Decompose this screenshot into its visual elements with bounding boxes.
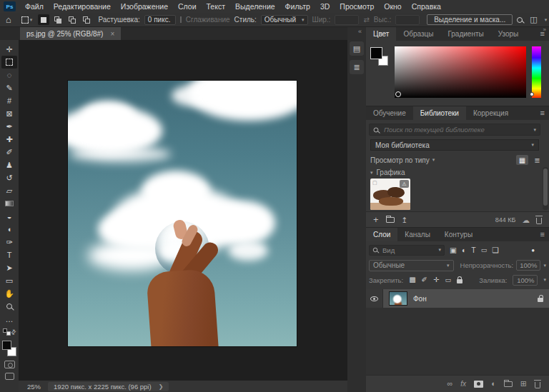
trash-icon[interactable] xyxy=(536,218,542,224)
tab-patterns[interactable]: Узоры xyxy=(491,27,526,41)
collapse-dock-icon[interactable]: « xyxy=(358,28,362,35)
select-and-mask-button[interactable]: Выделение и маска... xyxy=(427,14,513,25)
menu-3d[interactable]: 3D xyxy=(315,0,335,13)
new-group-folder-icon[interactable] xyxy=(386,217,395,223)
menu-layers[interactable]: Слои xyxy=(173,0,202,13)
rectangular-marquee-tool[interactable] xyxy=(1,56,17,69)
tab-layers[interactable]: Слои xyxy=(366,228,397,241)
tab-learn[interactable]: Обучение xyxy=(366,106,413,120)
path-select-tool[interactable]: ➤ xyxy=(1,261,17,274)
scrollbar[interactable] xyxy=(543,167,548,210)
lock-position-icon[interactable]: ✛ xyxy=(433,276,439,283)
antialias-checkbox[interactable] xyxy=(180,16,182,23)
menu-help[interactable]: Справка xyxy=(407,0,446,13)
shape-tool[interactable]: ▭ xyxy=(1,274,17,287)
subtract-selection-icon[interactable] xyxy=(66,14,78,25)
eraser-tool[interactable]: ▱ xyxy=(1,184,17,197)
panel-menu-icon[interactable]: ≡ xyxy=(540,231,545,238)
chevron-down-icon[interactable]: ▾ xyxy=(543,263,546,268)
add-selection-icon[interactable] xyxy=(52,14,64,25)
menu-type[interactable]: Текст xyxy=(202,0,230,13)
menu-image[interactable]: Изображение xyxy=(116,0,173,13)
library-search-field[interactable]: ▾ xyxy=(369,124,540,136)
lock-pixels-icon[interactable]: ✐ xyxy=(422,276,427,283)
filter-pixel-layers-icon[interactable]: ▣ xyxy=(450,246,457,254)
library-search-input[interactable] xyxy=(382,125,530,134)
close-icon[interactable]: × xyxy=(110,30,114,38)
hue-slider-handle[interactable] xyxy=(530,92,534,96)
crop-tool[interactable]: # xyxy=(1,94,17,107)
chevron-down-icon[interactable]: ▾ xyxy=(533,127,536,133)
history-panel-icon[interactable]: ▤ xyxy=(350,41,364,56)
active-tool-preset[interactable]: ▾ xyxy=(21,16,33,24)
upload-icon[interactable]: ↥ xyxy=(402,216,408,224)
intersect-selection-icon[interactable] xyxy=(81,14,92,25)
blend-mode-dropdown[interactable]: Обычные ▾ xyxy=(369,260,454,271)
chevron-down-icon[interactable]: ▾ xyxy=(543,277,546,283)
layer-filter-input[interactable] xyxy=(381,246,435,255)
brush-tool[interactable]: ✐ xyxy=(1,146,17,159)
visibility-toggle[interactable] xyxy=(366,289,383,308)
add-mask-icon[interactable] xyxy=(474,381,483,388)
delete-layer-icon[interactable] xyxy=(535,382,540,388)
screen-mode-button[interactable] xyxy=(5,373,14,380)
new-group-icon[interactable] xyxy=(504,381,513,387)
frame-tool[interactable]: ⊠ xyxy=(1,107,17,120)
search-icon[interactable] xyxy=(517,17,523,23)
view-by-label[interactable]: Просмотр по типу xyxy=(370,156,430,164)
tab-color[interactable]: Цвет xyxy=(366,27,396,41)
layer-style-icon[interactable]: fx xyxy=(460,380,466,388)
tab-libraries[interactable]: Библиотеки xyxy=(413,106,466,120)
swap-dimensions-icon[interactable]: ⇄ xyxy=(363,16,369,24)
feather-input[interactable]: 0 пикс. xyxy=(144,15,176,25)
chevron-down-icon[interactable]: ▾ xyxy=(432,157,435,163)
menu-window[interactable]: Окно xyxy=(379,0,406,13)
add-asset-icon[interactable]: + xyxy=(373,214,379,225)
panel-menu-icon[interactable]: ≡ xyxy=(540,30,545,38)
opacity-input[interactable]: 100% xyxy=(516,260,540,271)
filter-adjustment-layers-icon[interactable]: ◐ xyxy=(462,246,466,254)
filter-shape-layers-icon[interactable]: ▭ xyxy=(481,247,488,253)
layer-name[interactable]: Фон xyxy=(413,295,427,303)
tab-adjustments[interactable]: Коррекция xyxy=(466,106,515,120)
foreground-background-swatches[interactable] xyxy=(1,341,17,356)
edit-toolbar-button[interactable]: … xyxy=(1,313,17,326)
grid-view-icon[interactable]: ▦ xyxy=(516,155,528,165)
workspace-icon[interactable]: ◫ xyxy=(530,15,537,24)
new-selection-icon[interactable] xyxy=(38,14,49,25)
document-tab[interactable]: ps.jpg @ 25% (RGB/8#) × xyxy=(20,27,121,40)
cloud-sync-icon[interactable]: ☁ xyxy=(523,216,530,224)
menu-filter[interactable]: Фильтр xyxy=(280,0,315,13)
filter-type-layers-icon[interactable]: T xyxy=(471,246,475,254)
tab-paths[interactable]: Контуры xyxy=(437,228,480,241)
tab-channels[interactable]: Каналы xyxy=(397,228,437,241)
library-asset-thumbnail[interactable]: ▢ ⚠ xyxy=(370,179,410,210)
layer-filter-toggle[interactable]: ● xyxy=(531,247,535,253)
tab-swatches[interactable]: Образцы xyxy=(396,27,440,41)
new-layer-icon[interactable]: ⊞ xyxy=(520,380,527,388)
hand-tool[interactable]: ✋ xyxy=(1,287,17,300)
quick-mask-button[interactable] xyxy=(4,361,15,368)
properties-panel-icon[interactable]: ≣ xyxy=(350,60,364,74)
layer-filter-type[interactable]: ▾ xyxy=(369,245,445,256)
hue-slider[interactable] xyxy=(532,46,541,98)
menu-edit[interactable]: Редактирование xyxy=(49,0,116,13)
move-tool[interactable]: ✛ xyxy=(1,43,17,56)
pen-tool[interactable]: ✑ xyxy=(1,236,17,248)
eyedropper-tool[interactable]: ✒ xyxy=(1,120,17,133)
style-dropdown[interactable]: Обычный ▾ xyxy=(261,15,308,25)
width-input[interactable] xyxy=(335,15,359,25)
canvas-area[interactable]: 25% 1920 пикс. x 2225 пикс. (96 ppi) ❯ xyxy=(19,40,347,392)
graphics-section-header[interactable]: ▾ Графика xyxy=(370,169,405,176)
type-tool[interactable]: T xyxy=(1,248,17,261)
saturation-field[interactable] xyxy=(395,46,526,98)
menu-select[interactable]: Выделение xyxy=(230,0,280,13)
fill-input[interactable]: 100% xyxy=(513,275,538,286)
history-brush-tool[interactable]: ↺ xyxy=(1,171,17,184)
layer-thumbnail[interactable] xyxy=(389,291,407,306)
tab-gradients[interactable]: Градиенты xyxy=(440,27,490,41)
clone-stamp-tool[interactable]: ♟ xyxy=(1,159,17,171)
list-view-icon[interactable]: ≣ xyxy=(531,155,543,165)
foreground-color-swatch[interactable] xyxy=(370,47,382,59)
zoom-tool[interactable] xyxy=(1,300,17,313)
